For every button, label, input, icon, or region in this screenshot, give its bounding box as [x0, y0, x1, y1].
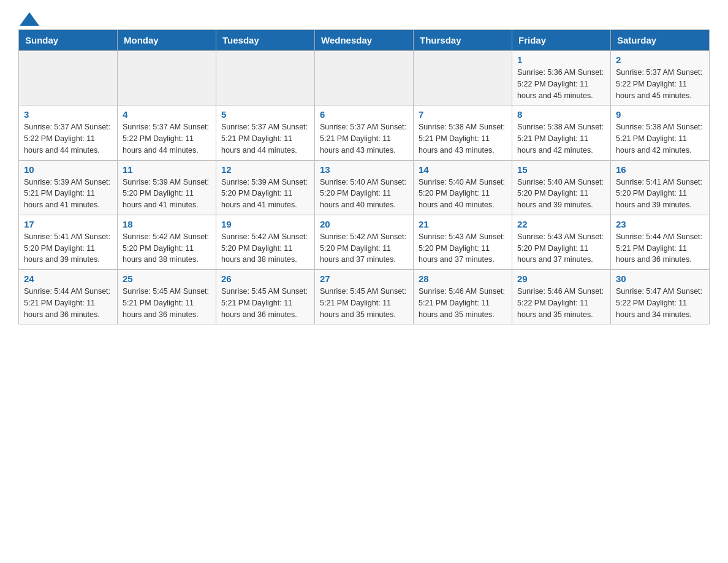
day-number: 9: [616, 109, 704, 120]
day-info: Sunrise: 5:37 AM Sunset: 5:21 PM Dayligh…: [320, 121, 408, 156]
calendar-day-cell: 27Sunrise: 5:45 AM Sunset: 5:21 PM Dayli…: [315, 270, 414, 324]
day-number: 18: [123, 219, 211, 229]
calendar-day-cell: 24Sunrise: 5:44 AM Sunset: 5:21 PM Dayli…: [19, 270, 118, 324]
calendar-header-saturday: Saturday: [611, 30, 710, 51]
calendar-day-cell: 25Sunrise: 5:45 AM Sunset: 5:21 PM Dayli…: [118, 270, 216, 324]
calendar-day-cell: 17Sunrise: 5:41 AM Sunset: 5:20 PM Dayli…: [19, 215, 118, 269]
calendar-day-cell: 8Sunrise: 5:38 AM Sunset: 5:21 PM Daylig…: [512, 105, 611, 160]
day-info: Sunrise: 5:43 AM Sunset: 5:20 PM Dayligh…: [419, 231, 507, 266]
day-info: Sunrise: 5:46 AM Sunset: 5:22 PM Dayligh…: [517, 286, 605, 320]
calendar-day-cell: 26Sunrise: 5:45 AM Sunset: 5:21 PM Dayli…: [216, 270, 315, 324]
day-info: Sunrise: 5:45 AM Sunset: 5:21 PM Dayligh…: [221, 286, 309, 320]
calendar-day-cell: 18Sunrise: 5:42 AM Sunset: 5:20 PM Dayli…: [118, 215, 216, 269]
calendar-day-cell: [118, 51, 216, 105]
calendar-day-cell: 14Sunrise: 5:40 AM Sunset: 5:20 PM Dayli…: [414, 160, 512, 215]
calendar-header-wednesday: Wednesday: [315, 30, 414, 51]
day-number: 15: [517, 164, 605, 175]
day-info: Sunrise: 5:40 AM Sunset: 5:20 PM Dayligh…: [320, 177, 408, 211]
calendar-day-cell: [19, 51, 118, 105]
day-number: 14: [419, 164, 507, 175]
day-info: Sunrise: 5:45 AM Sunset: 5:21 PM Dayligh…: [320, 286, 408, 320]
day-number: 7: [419, 109, 507, 120]
day-info: Sunrise: 5:40 AM Sunset: 5:20 PM Dayligh…: [419, 177, 507, 211]
calendar-week-row: 17Sunrise: 5:41 AM Sunset: 5:20 PM Dayli…: [19, 215, 710, 269]
calendar-header-thursday: Thursday: [414, 30, 512, 51]
day-info: Sunrise: 5:43 AM Sunset: 5:20 PM Dayligh…: [517, 231, 605, 266]
calendar-day-cell: 15Sunrise: 5:40 AM Sunset: 5:20 PM Dayli…: [512, 160, 611, 215]
calendar-day-cell: 4Sunrise: 5:37 AM Sunset: 5:22 PM Daylig…: [118, 105, 216, 160]
calendar-header-friday: Friday: [512, 30, 611, 51]
calendar-header-row: SundayMondayTuesdayWednesdayThursdayFrid…: [19, 30, 710, 51]
day-info: Sunrise: 5:38 AM Sunset: 5:21 PM Dayligh…: [616, 121, 704, 156]
calendar-day-cell: 7Sunrise: 5:38 AM Sunset: 5:21 PM Daylig…: [414, 105, 512, 160]
calendar-day-cell: [414, 51, 512, 105]
calendar-week-row: 24Sunrise: 5:44 AM Sunset: 5:21 PM Dayli…: [19, 270, 710, 324]
day-info: Sunrise: 5:36 AM Sunset: 5:22 PM Dayligh…: [517, 67, 605, 101]
day-number: 5: [221, 109, 309, 120]
day-number: 27: [320, 274, 408, 284]
calendar-header-sunday: Sunday: [19, 30, 118, 51]
day-info: Sunrise: 5:42 AM Sunset: 5:20 PM Dayligh…: [123, 231, 211, 266]
calendar-day-cell: 9Sunrise: 5:38 AM Sunset: 5:21 PM Daylig…: [611, 105, 710, 160]
calendar-day-cell: 2Sunrise: 5:37 AM Sunset: 5:22 PM Daylig…: [611, 51, 710, 105]
day-number: 25: [123, 274, 211, 284]
day-number: 2: [616, 55, 704, 65]
calendar-day-cell: 20Sunrise: 5:42 AM Sunset: 5:20 PM Dayli…: [315, 215, 414, 269]
calendar-day-cell: 5Sunrise: 5:37 AM Sunset: 5:21 PM Daylig…: [216, 105, 315, 160]
calendar-day-cell: 29Sunrise: 5:46 AM Sunset: 5:22 PM Dayli…: [512, 270, 611, 324]
day-info: Sunrise: 5:39 AM Sunset: 5:20 PM Dayligh…: [123, 177, 211, 211]
day-number: 16: [616, 164, 704, 175]
calendar-day-cell: 1Sunrise: 5:36 AM Sunset: 5:22 PM Daylig…: [512, 51, 611, 105]
calendar-week-row: 10Sunrise: 5:39 AM Sunset: 5:21 PM Dayli…: [19, 160, 710, 215]
day-number: 11: [123, 164, 211, 175]
day-number: 26: [221, 274, 309, 284]
day-number: 28: [419, 274, 507, 284]
day-number: 4: [123, 109, 211, 120]
page-header: [18, 12, 710, 23]
day-info: Sunrise: 5:47 AM Sunset: 5:22 PM Dayligh…: [616, 286, 704, 320]
day-number: 8: [517, 109, 605, 120]
day-info: Sunrise: 5:42 AM Sunset: 5:20 PM Dayligh…: [320, 231, 408, 266]
day-number: 1: [517, 55, 605, 65]
day-info: Sunrise: 5:39 AM Sunset: 5:20 PM Dayligh…: [221, 177, 309, 211]
day-number: 22: [517, 219, 605, 229]
day-number: 29: [517, 274, 605, 284]
day-number: 19: [221, 219, 309, 229]
calendar-day-cell: 13Sunrise: 5:40 AM Sunset: 5:20 PM Dayli…: [315, 160, 414, 215]
day-info: Sunrise: 5:46 AM Sunset: 5:21 PM Dayligh…: [419, 286, 507, 320]
day-info: Sunrise: 5:45 AM Sunset: 5:21 PM Dayligh…: [123, 286, 211, 320]
calendar-week-row: 1Sunrise: 5:36 AM Sunset: 5:22 PM Daylig…: [19, 51, 710, 105]
calendar-day-cell: 16Sunrise: 5:41 AM Sunset: 5:20 PM Dayli…: [611, 160, 710, 215]
calendar-day-cell: 23Sunrise: 5:44 AM Sunset: 5:21 PM Dayli…: [611, 215, 710, 269]
calendar-header-tuesday: Tuesday: [216, 30, 315, 51]
calendar-day-cell: 28Sunrise: 5:46 AM Sunset: 5:21 PM Dayli…: [414, 270, 512, 324]
day-number: 21: [419, 219, 507, 229]
calendar-day-cell: 3Sunrise: 5:37 AM Sunset: 5:22 PM Daylig…: [19, 105, 118, 160]
day-number: 13: [320, 164, 408, 175]
calendar-day-cell: 12Sunrise: 5:39 AM Sunset: 5:20 PM Dayli…: [216, 160, 315, 215]
day-info: Sunrise: 5:42 AM Sunset: 5:20 PM Dayligh…: [221, 231, 309, 266]
day-number: 12: [221, 164, 309, 175]
day-info: Sunrise: 5:44 AM Sunset: 5:21 PM Dayligh…: [24, 286, 112, 320]
svg-marker-0: [20, 12, 39, 26]
calendar-day-cell: 19Sunrise: 5:42 AM Sunset: 5:20 PM Dayli…: [216, 215, 315, 269]
day-info: Sunrise: 5:39 AM Sunset: 5:21 PM Dayligh…: [24, 177, 112, 211]
day-info: Sunrise: 5:41 AM Sunset: 5:20 PM Dayligh…: [24, 231, 112, 266]
calendar-day-cell: [315, 51, 414, 105]
day-number: 6: [320, 109, 408, 120]
day-number: 17: [24, 219, 112, 229]
calendar-day-cell: 11Sunrise: 5:39 AM Sunset: 5:20 PM Dayli…: [118, 160, 216, 215]
logo-icon: [20, 12, 39, 26]
calendar-day-cell: 22Sunrise: 5:43 AM Sunset: 5:20 PM Dayli…: [512, 215, 611, 269]
day-number: 23: [616, 219, 704, 229]
logo: [18, 12, 39, 23]
day-number: 24: [24, 274, 112, 284]
day-info: Sunrise: 5:37 AM Sunset: 5:21 PM Dayligh…: [221, 121, 309, 156]
calendar-table: SundayMondayTuesdayWednesdayThursdayFrid…: [18, 29, 710, 324]
day-number: 20: [320, 219, 408, 229]
day-info: Sunrise: 5:37 AM Sunset: 5:22 PM Dayligh…: [24, 121, 112, 156]
calendar-day-cell: 6Sunrise: 5:37 AM Sunset: 5:21 PM Daylig…: [315, 105, 414, 160]
calendar-day-cell: 21Sunrise: 5:43 AM Sunset: 5:20 PM Dayli…: [414, 215, 512, 269]
day-info: Sunrise: 5:41 AM Sunset: 5:20 PM Dayligh…: [616, 177, 704, 211]
day-number: 3: [24, 109, 112, 120]
